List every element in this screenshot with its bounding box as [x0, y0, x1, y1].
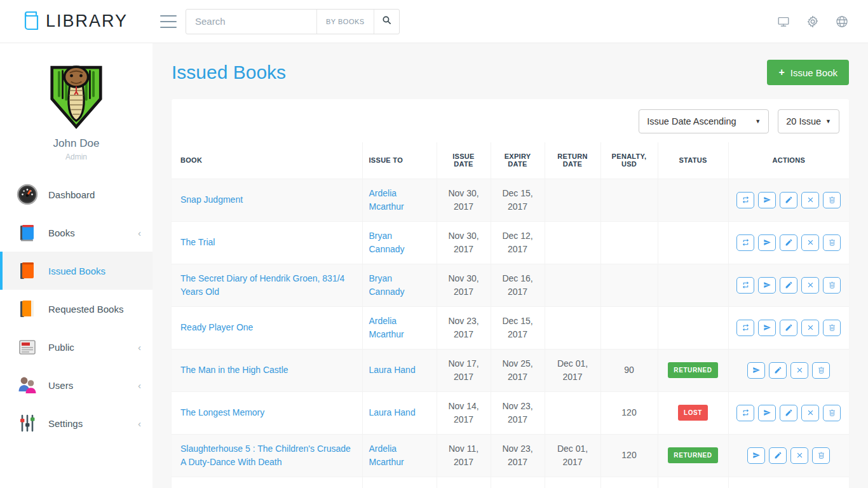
delete-button[interactable]	[823, 277, 841, 294]
send-button[interactable]	[747, 362, 765, 379]
edit-button[interactable]	[780, 320, 797, 336]
sidebar-item-issued-books[interactable]: Issued Books	[0, 252, 153, 290]
book-title-link[interactable]: The Secret Diary of Hendrik Groen, 831/4…	[180, 273, 344, 297]
sidebar-item-requested-books[interactable]: Requested Books	[0, 290, 153, 328]
chevron-down-icon: ▼	[755, 118, 761, 125]
delete-button[interactable]	[812, 362, 830, 379]
chevron-left-icon: ‹	[138, 342, 141, 353]
delete-button[interactable]	[823, 234, 841, 251]
table-row: The Longest MemoryLaura HandNov 14, 2017…	[172, 391, 849, 434]
edit-button[interactable]	[780, 277, 797, 294]
book-orange-icon	[17, 260, 38, 281]
column-header: ACTIONS	[728, 142, 849, 179]
cancel-button[interactable]	[801, 405, 819, 421]
cancel-button[interactable]	[801, 192, 819, 208]
sliders-icon	[17, 412, 38, 434]
edit-icon	[785, 409, 793, 417]
delete-icon	[828, 238, 836, 247]
delete-button[interactable]	[823, 405, 841, 421]
cancel-button[interactable]	[801, 234, 819, 251]
issue-to-link[interactable]: Laura Hand	[369, 407, 416, 417]
cell-text: 90	[624, 365, 634, 375]
send-button[interactable]	[747, 447, 765, 464]
send-button[interactable]	[758, 405, 776, 421]
book-title-link[interactable]: The Trial	[180, 237, 215, 247]
issue-to-link[interactable]: Ardelia Mcarthur	[369, 444, 404, 467]
cell-text: Nov 08, 2017	[448, 486, 478, 488]
issue-to-link[interactable]: Ardelia Mcarthur	[369, 316, 404, 339]
cancel-button[interactable]	[790, 362, 808, 379]
issue-to-link[interactable]: Bryan Cannady	[369, 273, 405, 297]
actions-cell	[728, 391, 849, 434]
actions-cell	[728, 221, 849, 264]
cell-text: Nov 23, 2017	[448, 316, 478, 339]
search-input[interactable]	[186, 10, 316, 34]
edit-button[interactable]	[780, 192, 797, 208]
plus-icon: +	[778, 67, 784, 78]
send-button[interactable]	[758, 192, 776, 208]
delete-icon	[817, 451, 825, 459]
send-icon	[752, 366, 761, 374]
issue-to-link[interactable]: Laura Hand	[369, 365, 416, 375]
book-title-link[interactable]: Ready Player One	[180, 322, 253, 332]
display-icon[interactable]	[776, 15, 790, 29]
hamburger-menu-icon[interactable]	[160, 15, 177, 28]
gear-icon[interactable]	[806, 15, 820, 29]
send-button[interactable]	[758, 234, 776, 251]
globe-icon[interactable]	[835, 15, 849, 29]
column-header: STATUS	[658, 142, 728, 179]
delete-button[interactable]	[812, 447, 830, 464]
issue-to-link[interactable]: Ardelia Mcarthur	[369, 188, 404, 212]
sidebar-item-label: Issued Books	[48, 266, 105, 276]
issue-to-link[interactable]: Bryan Cannady	[369, 231, 405, 254]
delete-button[interactable]	[823, 192, 841, 208]
delete-icon	[828, 409, 836, 417]
renew-button[interactable]	[736, 320, 754, 336]
renew-button[interactable]	[736, 234, 754, 251]
edit-button[interactable]	[769, 447, 787, 464]
send-button[interactable]	[758, 277, 776, 294]
sidebar-item-dashboard[interactable]: Dashboard	[0, 175, 153, 214]
sidebar-item-settings[interactable]: Settings‹	[0, 404, 153, 442]
renew-button[interactable]	[736, 277, 754, 294]
cell-text: Nov 20, 2017	[502, 486, 532, 488]
user-name: John Doe	[0, 137, 153, 150]
edit-button[interactable]	[780, 405, 797, 421]
cancel-button[interactable]	[801, 320, 819, 336]
table-toolbar: Issue Date Ascending ▼ 20 Issue ▼	[172, 99, 849, 142]
book-title-link[interactable]: Snap Judgment	[180, 194, 243, 205]
sidebar-menu: DashboardBooks‹Issued BooksRequested Boo…	[0, 175, 153, 442]
sidebar-item-label: Dashboard	[48, 189, 95, 200]
column-header: ISSUE TO	[362, 142, 437, 179]
renew-button[interactable]	[736, 405, 754, 421]
search-filter-dropdown[interactable]: BY BOOKS	[316, 10, 374, 34]
book-title-link[interactable]: Slaughterhouse 5 : The Children's Crusad…	[180, 444, 351, 467]
delete-button[interactable]	[823, 320, 841, 336]
actions-cell	[728, 179, 849, 221]
cell-text: Nov 30, 2017	[448, 231, 478, 254]
search-button[interactable]	[374, 10, 399, 34]
avatar[interactable]	[43, 60, 109, 131]
sidebar-item-users[interactable]: Users‹	[0, 366, 153, 404]
brand-name: LIBRARY	[46, 11, 128, 31]
brand-logo[interactable]: LIBRARY	[0, 10, 153, 33]
edit-icon	[785, 196, 793, 204]
cell-text: Nov 30, 2017	[448, 273, 478, 297]
edit-button[interactable]	[769, 362, 787, 379]
book-title-link[interactable]: The Man in the High Castle	[180, 365, 288, 375]
sidebar-item-books[interactable]: Books‹	[0, 214, 153, 252]
sort-select[interactable]: Issue Date Ascending ▼	[639, 109, 769, 133]
renew-button[interactable]	[736, 192, 754, 208]
send-button[interactable]	[758, 320, 776, 336]
sidebar-item-public[interactable]: Public‹	[0, 328, 153, 366]
cancel-button[interactable]	[790, 447, 808, 464]
cancel-button[interactable]	[801, 277, 819, 294]
issue-book-button[interactable]: + Issue Book	[767, 60, 849, 85]
edit-button[interactable]	[780, 234, 797, 251]
book-title-link[interactable]: The Longest Memory	[180, 407, 264, 417]
chevron-left-icon: ‹	[138, 227, 141, 238]
per-page-select[interactable]: 20 Issue ▼	[778, 109, 839, 133]
table-row: The Man in the High CastleLaura HandNov …	[172, 349, 849, 391]
user-profile: John Doe Admin	[0, 43, 153, 161]
cancel-icon	[806, 323, 815, 332]
